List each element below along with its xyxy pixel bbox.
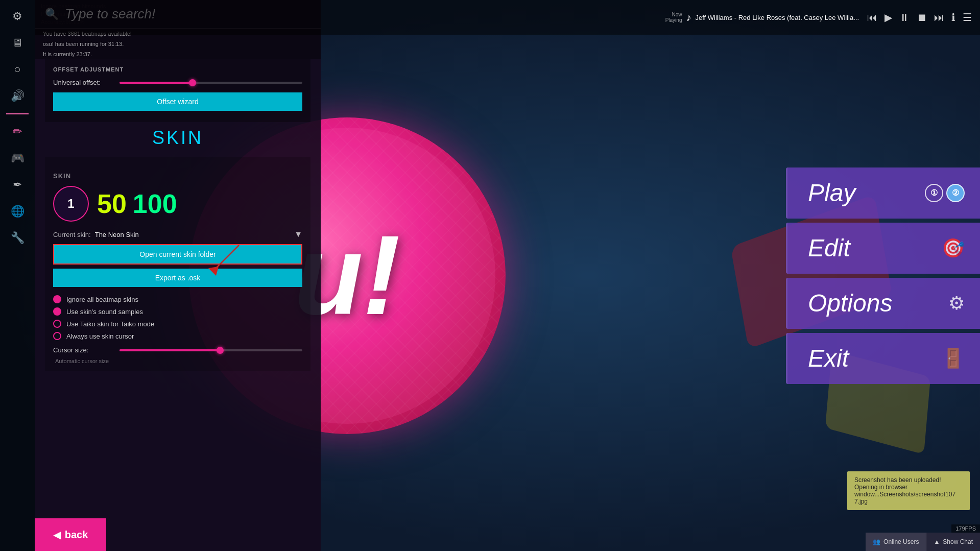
radio-sound-samples-label: Use skin's sound samples [66, 308, 143, 316]
screenshot-notif-line2: Opening in browser window...Screenshots/… [854, 484, 963, 498]
radio-ignore-skins-dot [53, 295, 61, 303]
show-chat-btn[interactable]: ▲ Show Chat [926, 533, 980, 551]
play-icons: ① ② [925, 184, 965, 202]
sidebar-icon-settings[interactable]: ⚙ [6, 5, 29, 28]
radio-sound-samples-dot [53, 307, 61, 316]
online-users-btn[interactable]: 👥 Online Users [866, 533, 926, 551]
skin-preview-circle: 1 [53, 186, 89, 222]
back-button-label: back [65, 529, 88, 541]
skin-num-50: 50 [97, 188, 127, 219]
top-bar: NowPlaying ♪ Jeff Williams - Red Like Ro… [35, 0, 980, 35]
edit-icon: 🎯 [942, 237, 965, 259]
skin-num-100: 100 [133, 188, 177, 219]
current-skin-row: Current skin: The Neon Skin ▼ [53, 230, 302, 239]
screenshot-notification: Screenshot has been uploaded! Opening in… [847, 471, 970, 510]
notif-line3: It is currently 23:37. [43, 51, 313, 57]
back-chevron-icon: ◀ [53, 529, 61, 541]
play-menu-btn[interactable]: Play ① ② [786, 167, 980, 219]
online-users-label: Online Users [883, 538, 919, 545]
sidebar-icon-edit[interactable]: ✒ [6, 174, 29, 196]
skin-numbers: 50 100 [97, 188, 177, 219]
play-label: Play [808, 179, 855, 207]
universal-offset-row: Universal offset: [53, 79, 302, 86]
universal-offset-slider[interactable] [119, 82, 302, 84]
music-note-icon: ♪ [686, 12, 691, 23]
screenshot-notif-line1: Screenshot has been uploaded! [854, 476, 963, 484]
screenshot-notif-line3: 7.jpg [854, 498, 963, 505]
cursor-size-slider[interactable] [119, 349, 302, 351]
options-panel: 🔍 You have 3661 beatmaps available! osu!… [35, 0, 321, 551]
arrow-decoration [198, 240, 259, 281]
main-menu: Play ① ② Edit 🎯 Options ⚙ Exit 🚪 [786, 167, 980, 384]
offset-title: OFFSET ADJUSTMENT [53, 66, 302, 73]
radio-skin-cursor-dot [53, 332, 61, 340]
skin-section: SKIN 1 50 100 Current skin: The Neon Ski… [45, 157, 310, 371]
sidebar-icon-wrench[interactable]: 🔧 [6, 227, 29, 249]
fps-display: 179FPS [951, 524, 980, 533]
media-controls: ⏮ ▶ ⏸ ⏹ ⏭ ℹ ☰ [867, 11, 972, 23]
skin-title: SKIN [53, 172, 302, 180]
current-skin-label: Current skin: [53, 231, 91, 238]
sidebar-icon-globe[interactable]: 🌐 [6, 200, 29, 223]
pause-btn[interactable]: ⏸ [899, 12, 910, 23]
sidebar-icon-volume[interactable]: 🔊 [6, 85, 29, 107]
radio-options: Ignore all beatmap skins Use skin's soun… [53, 295, 302, 340]
show-chat-icon: ▲ [934, 538, 940, 545]
menu-btn-icon[interactable]: ☰ [963, 11, 972, 23]
radio-skin-cursor-label: Always use skin cursor [66, 332, 134, 340]
bottom-bar: 👥 Online Users ▲ Show Chat [866, 533, 980, 551]
radio-ignore-skins[interactable]: Ignore all beatmap skins [53, 295, 302, 303]
cursor-size-row: Cursor size: [53, 346, 302, 354]
radio-ignore-skins-label: Ignore all beatmap skins [66, 296, 138, 303]
play-btn[interactable]: ▶ [885, 11, 892, 23]
next-track-btn[interactable]: ⏭ [934, 12, 944, 23]
skin-preview: 1 50 100 [53, 186, 302, 222]
universal-offset-label: Universal offset: [53, 79, 114, 86]
options-label: Options [808, 289, 892, 317]
edit-label: Edit [808, 234, 850, 262]
offset-adjustment-section: OFFSET ADJUSTMENT Universal offset: Offs… [45, 59, 310, 122]
sidebar: ⚙ 🖥 ○ 🔊 ✏ 🎮 ✒ 🌐 🔧 [0, 0, 35, 551]
sidebar-icon-gamepad[interactable]: 🎮 [6, 147, 29, 170]
radio-skin-cursor[interactable]: Always use skin cursor [53, 332, 302, 340]
back-button[interactable]: ◀ back [35, 518, 106, 551]
now-playing-section: NowPlaying ♪ Jeff Williams - Red Like Ro… [665, 12, 859, 23]
sidebar-icon-circle[interactable]: ○ [6, 58, 29, 81]
auto-cursor-size: Automatic cursor size [53, 358, 302, 364]
sidebar-icon-monitor[interactable]: 🖥 [6, 32, 29, 54]
offset-wizard-btn[interactable]: Offset wizard [53, 92, 302, 111]
now-playing-track: Jeff Williams - Red Like Roses (feat. Ca… [695, 14, 859, 21]
radio-taiko-skin-label: Use Taiko skin for Taiko mode [66, 320, 154, 328]
online-users-icon: 👥 [873, 538, 880, 545]
now-playing-label: NowPlaying [665, 12, 682, 23]
radio-taiko-skin[interactable]: Use Taiko skin for Taiko mode [53, 320, 302, 328]
options-menu-btn[interactable]: Options ⚙ [786, 278, 980, 329]
exit-menu-btn[interactable]: Exit 🚪 [786, 333, 980, 384]
skin-section-header: SKIN [45, 127, 310, 149]
options-content: OFFSET ADJUSTMENT Universal offset: Offs… [35, 59, 321, 508]
notif-line2: osu! has been running for 31:13. [43, 41, 313, 47]
export-osk-btn[interactable]: Export as .osk [53, 269, 302, 287]
sidebar-icon-pencil[interactable]: ✏ [6, 121, 29, 143]
show-chat-label: Show Chat [943, 538, 973, 545]
options-icon: ⚙ [948, 293, 965, 314]
edit-menu-btn[interactable]: Edit 🎯 [786, 223, 980, 274]
open-skin-folder-btn[interactable]: Open current skin folder [53, 244, 302, 265]
stop-btn[interactable]: ⏹ [917, 12, 927, 23]
play-icon-2: ② [946, 184, 965, 202]
skin-num-1: 1 [67, 197, 74, 211]
info-btn[interactable]: ℹ [951, 11, 955, 23]
radio-taiko-skin-dot [53, 320, 61, 328]
exit-icon: 🚪 [942, 348, 965, 369]
play-icon-1: ① [925, 184, 943, 202]
cursor-size-label: Cursor size: [53, 346, 114, 354]
skin-dropdown-arrow[interactable]: ▼ [294, 230, 302, 239]
sidebar-divider [6, 113, 29, 114]
prev-track-btn[interactable]: ⏮ [867, 12, 877, 23]
current-skin-value: The Neon Skin [95, 231, 294, 238]
radio-sound-samples[interactable]: Use skin's sound samples [53, 307, 302, 316]
exit-label: Exit [808, 344, 849, 372]
svg-marker-1 [208, 267, 219, 276]
